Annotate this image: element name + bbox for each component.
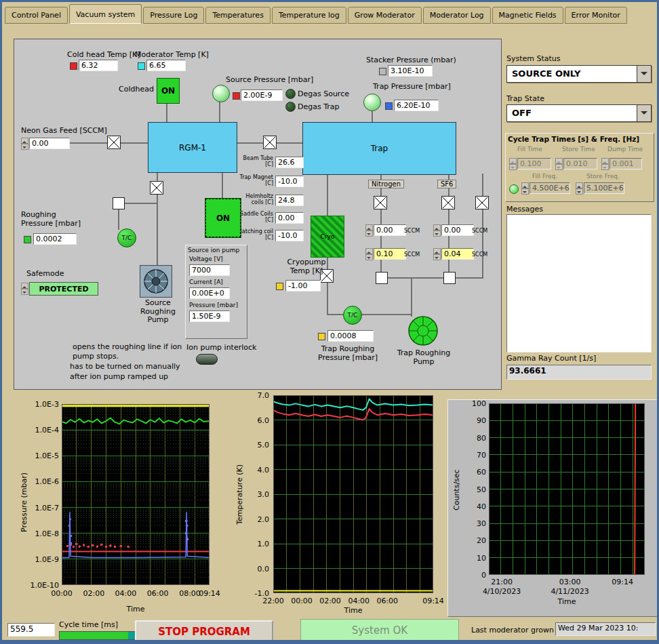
note-line-3: has to be turned on manually: [70, 362, 180, 371]
trap-pressure-value: 6.20E-10: [394, 100, 439, 111]
dump-time-value[interactable]: 0.001: [610, 158, 642, 169]
tab-error-monitor[interactable]: Error Monitor: [565, 7, 627, 24]
chevron-down-icon[interactable]: [637, 66, 651, 82]
note-line-4: after ion pump ramped up: [70, 372, 168, 381]
x-tick-label: 00:00: [45, 589, 78, 598]
y-tick-label: 0: [468, 571, 486, 580]
x-tick-label: 02:00: [77, 589, 110, 598]
source-pressure-gauge: [212, 85, 230, 102]
pipe-junction: [443, 272, 456, 284]
sf6-flow-stepper[interactable]: [433, 224, 441, 237]
stop-program-button[interactable]: STOP PROGRAM: [135, 620, 273, 640]
degas-trap-led[interactable]: [285, 102, 296, 112]
temperature-chart: [273, 395, 433, 593]
moderator-temp-label: Moderator Temp [K]: [135, 50, 209, 59]
n2-setpoint-value[interactable]: 0.10: [374, 248, 406, 260]
store-time-label: Store Time: [562, 146, 595, 153]
stacker-pressure-value: 3.10E-10: [388, 65, 433, 77]
coldhead-label: Coldhead: [119, 85, 154, 94]
y-tick-label: 40: [468, 502, 486, 511]
gamma-ray-count-value: 93.6661: [506, 365, 652, 380]
temperature-chart-time-label: Time: [273, 606, 433, 615]
chevron-down-icon[interactable]: [637, 105, 651, 121]
y-tick-label: 100: [468, 399, 486, 408]
last-moderator-grown-value: Wed 29 Mar 2023 10:: [555, 622, 656, 636]
pipe-line: [219, 101, 220, 122]
y-tick-label: 5.0: [243, 441, 269, 449]
cycle-trap-title: Cycle Trap Times [s] & Freq. [Hz]: [508, 135, 639, 143]
tab-pressure-log[interactable]: Pressure Log: [143, 7, 204, 24]
store-time-value[interactable]: 0.010: [563, 158, 597, 169]
trap-roughing-pressure-label: Trap Roughing Pressure [mbar]: [315, 345, 380, 362]
valve-icon[interactable]: [150, 181, 163, 195]
pressure-chart-time-label: Time: [62, 605, 209, 613]
valve-icon[interactable]: [441, 196, 455, 209]
n2-setpoint-unit: SCCM: [404, 251, 420, 258]
trap-state-dropdown[interactable]: OFF: [506, 104, 652, 122]
pipe-junction: [113, 197, 125, 209]
sf6-flow-unit: SCCM: [472, 228, 487, 234]
system-status-dropdown[interactable]: SOURCE ONLY: [506, 65, 652, 83]
fill-freq-stepper[interactable]: [521, 182, 529, 195]
valve-icon[interactable]: [263, 136, 277, 149]
dump-time-stepper[interactable]: [601, 158, 609, 170]
trap-roughing-pump-label: Trap Roughing Pump: [397, 349, 451, 366]
cryopump-temp-led: [276, 283, 283, 290]
ion-pump-current-label: Current [A]: [189, 279, 223, 285]
y-tick-label: 4.0: [243, 466, 269, 475]
degas-source-led[interactable]: [285, 89, 296, 99]
safemode-stepper[interactable]: [21, 283, 28, 295]
store-freq-value[interactable]: 5.100E+6: [584, 182, 624, 194]
note-line-1: opens the roughing line if ion: [73, 342, 182, 351]
tab-grow-moderator[interactable]: Grow Moderator: [348, 7, 422, 24]
store-time-stepper[interactable]: [555, 158, 563, 170]
coldhead-on-button[interactable]: ON: [157, 78, 180, 104]
valve-icon[interactable]: [107, 136, 121, 149]
vacuum-system-app: Control Panel Vacuum system Pressure Log…: [2, 2, 657, 640]
source-pressure-led: [233, 92, 240, 100]
neon-feed-stepper[interactable]: [21, 138, 28, 150]
tab-control-panel[interactable]: Control Panel: [5, 7, 68, 24]
fill-time-stepper[interactable]: [509, 158, 517, 170]
n2-flow-stepper[interactable]: [365, 224, 373, 237]
saddle-coils-value: 0.00: [275, 212, 304, 224]
ion-pump-pressure-value: 1.50E-9: [189, 310, 230, 322]
valve-icon[interactable]: [374, 196, 387, 209]
nitrogen-tag: Nitrogen: [368, 180, 404, 188]
pipe-line: [327, 314, 412, 315]
tab-temperature-log[interactable]: Temperature log: [272, 7, 346, 24]
pipe-line: [166, 102, 167, 122]
tab-temperatures[interactable]: Temperatures: [205, 7, 270, 24]
roughing-pressure-led: [24, 236, 31, 243]
n2-setpoint-stepper[interactable]: [365, 248, 373, 260]
neon-feed-value[interactable]: 0.00: [29, 138, 70, 149]
tab-moderator-log[interactable]: Moderator Log: [423, 7, 491, 24]
sf6-flow-value[interactable]: 0.00: [441, 224, 474, 236]
ion-pump-on-button[interactable]: ON: [205, 199, 241, 237]
cold-head-led: [70, 62, 77, 70]
tab-vacuum-system[interactable]: Vacuum system: [69, 4, 142, 24]
tab-magnetic-fields[interactable]: Magnetic Fields: [492, 7, 563, 24]
fill-time-value[interactable]: 0.100: [517, 158, 551, 169]
x-tick-label: 04:00: [109, 589, 142, 598]
counts-chart-time-label: Time: [489, 597, 645, 606]
trap-pressure-gauge: [363, 94, 381, 111]
store-freq-stepper[interactable]: [576, 182, 583, 195]
fill-freq-value[interactable]: 4.500E+6: [530, 182, 570, 194]
x-tick-label: 06:00: [371, 597, 403, 605]
helmholtz-coils-label: Helmholtz coils [C]: [236, 193, 273, 205]
valve-icon[interactable]: [475, 196, 489, 209]
sf6-setpoint-stepper[interactable]: [433, 248, 441, 260]
degas-source-label: Degas Source: [298, 89, 349, 98]
ion-pump-interlock-switch[interactable]: [196, 354, 218, 365]
safemode-value[interactable]: PROTECTED: [29, 282, 98, 296]
sf6-setpoint-value[interactable]: 0.04: [441, 248, 474, 260]
y-tick-label: 50: [468, 485, 486, 494]
y-tick-label: 2.0: [243, 515, 269, 524]
system-status-indicator: System OK: [300, 619, 459, 640]
helmholtz-coils-value: 24.8: [275, 195, 304, 206]
moderator-led: [138, 62, 145, 70]
n2-flow-value[interactable]: 0.00: [374, 224, 406, 236]
y-tick-label: 1.0: [243, 540, 269, 548]
store-freq-label: Store Freq.: [586, 173, 620, 180]
